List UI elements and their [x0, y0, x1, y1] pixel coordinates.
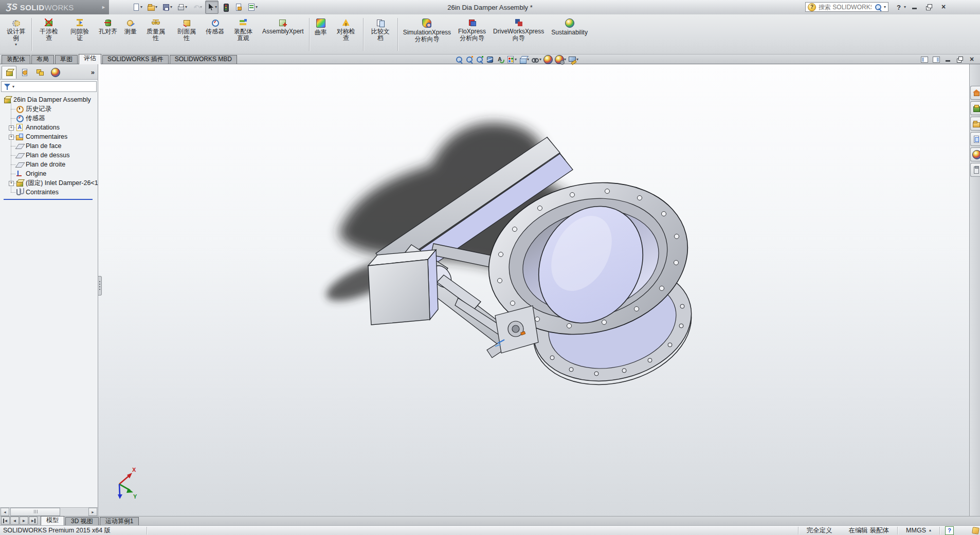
expand-icon[interactable]: + [9, 181, 14, 186]
tab-scroll-button[interactable] [10, 516, 19, 525]
ribbon-button[interactable]: 孔对齐 ▾ [95, 15, 121, 53]
expand-icon[interactable]: + [9, 125, 14, 131]
quick-access-button[interactable]: ▾ [233, 1, 244, 14]
document-window-button[interactable] [968, 56, 976, 64]
tree-item[interactable]: + (固定) Inlet Damper-26<1 [15, 178, 97, 188]
panel-tab[interactable] [32, 66, 47, 79]
ribbon-button[interactable]: 干涉检查 ▾ [33, 15, 64, 53]
ribbon-button[interactable]: 质量属性 ▾ [140, 15, 171, 53]
model-tab[interactable]: 运动算例1 [100, 517, 139, 525]
dropdown-arrow-icon[interactable]: ▾ [170, 5, 172, 9]
tree-filter-bar[interactable]: ▾ [1, 81, 97, 92]
quick-access-button[interactable]: ▾ [190, 1, 204, 14]
task-pane-button[interactable] [970, 101, 980, 115]
ribbon-button[interactable]: 设计算例 ▾ [2, 15, 30, 53]
task-pane-button[interactable] [970, 147, 980, 161]
view-tool-button[interactable]: ▾ [465, 56, 474, 64]
view-tool-button[interactable]: ▾ [554, 55, 567, 64]
task-pane-button[interactable] [970, 132, 980, 146]
command-tab[interactable]: 草图 [55, 55, 78, 64]
dropdown-arrow-icon[interactable]: ▾ [15, 43, 17, 47]
tree-item[interactable]: + Plan de droite [15, 160, 97, 169]
search-input[interactable] [818, 3, 873, 11]
dropdown-arrow-icon[interactable]: ▾ [140, 5, 142, 9]
view-tool-button[interactable]: ▾ [568, 56, 579, 64]
menu-expand-icon[interactable]: ► [101, 5, 106, 10]
tag-icon[interactable] [972, 527, 979, 534]
command-tab[interactable]: 布局 [31, 55, 54, 64]
quick-access-button[interactable]: ▾ [160, 1, 174, 14]
ribbon-button[interactable]: 对称检查 ▾ [331, 15, 361, 53]
command-tab[interactable]: SOLIDWORKS 插件 [102, 55, 169, 64]
command-tab[interactable]: SOLIDWORKS MBD [170, 55, 237, 64]
search-dropdown-icon[interactable]: ▾ [884, 5, 886, 9]
quick-access-button[interactable]: ▾ [246, 1, 259, 14]
panel-overflow-button[interactable]: » [91, 68, 96, 76]
view-tool-button[interactable]: ▾ [485, 56, 495, 64]
ribbon-button[interactable]: SimulationXpress 分析向导 ▾ [400, 15, 455, 53]
tree-item[interactable]: + Contraintes [15, 188, 97, 197]
dropdown-arrow-icon[interactable]: ▾ [539, 58, 541, 62]
task-pane-button[interactable] [970, 117, 980, 131]
help-dropdown-icon[interactable]: ▾ [904, 5, 906, 9]
document-window-button[interactable] [956, 56, 964, 64]
filter-dropdown-icon[interactable]: ▾ [12, 85, 14, 89]
scroll-left-button[interactable]: ◄ [1, 508, 9, 516]
ribbon-button[interactable]: AssemblyXpert ▾ [259, 15, 307, 53]
quick-access-button[interactable]: ▾ [220, 1, 231, 14]
dropdown-arrow-icon[interactable]: ▾ [527, 58, 529, 62]
model-tab[interactable]: 模型 [41, 516, 64, 525]
dropdown-arrow-icon[interactable]: ▾ [576, 58, 578, 62]
ribbon-button[interactable]: 剖面属性 ▾ [171, 15, 202, 53]
ribbon-button[interactable]: FloXpress 分析向导 ▾ [455, 15, 489, 53]
command-tab[interactable]: 装配体 [2, 55, 30, 64]
tree-item[interactable]: + Plan de dessus [15, 151, 97, 160]
command-tab[interactable]: 评估 [79, 54, 101, 64]
view-tool-button[interactable]: ▾ [496, 56, 505, 64]
quick-access-button[interactable]: ▾ [175, 1, 189, 14]
view-tool-button[interactable]: ▾ [475, 56, 484, 64]
model-tab[interactable]: 3D 视图 [65, 517, 99, 525]
minimize-button[interactable] [909, 3, 920, 12]
dropdown-arrow-icon[interactable]: ▾ [256, 5, 258, 9]
rollback-bar[interactable] [4, 199, 93, 200]
panel-tab[interactable] [17, 66, 32, 79]
ribbon-button[interactable]: 比较文档 ▾ [365, 15, 396, 53]
panel-tab[interactable] [2, 66, 16, 79]
document-window-button[interactable] [932, 56, 940, 64]
tree-item[interactable]: + 传感器 [15, 114, 97, 123]
graphics-area[interactable]: X Y [98, 64, 969, 516]
tree-item[interactable]: + Origine [15, 169, 97, 178]
tree-item[interactable]: + Commentaires [15, 132, 97, 141]
ribbon-button[interactable]: Sustainability ▾ [548, 15, 591, 53]
panel-tab[interactable] [48, 66, 63, 79]
ribbon-button[interactable]: 曲率 ▾ [311, 15, 331, 53]
expand-icon[interactable]: + [9, 135, 14, 140]
tree-root-item[interactable]: 26in Dia Damper Assembly [3, 95, 97, 104]
tab-scroll-button[interactable] [29, 516, 38, 525]
tree-horizontal-scrollbar[interactable]: ◄ ► [0, 507, 98, 516]
view-tool-button[interactable]: ▾ [506, 56, 517, 64]
tab-scroll-button[interactable] [20, 516, 28, 525]
quick-access-button[interactable]: ▾ [131, 1, 144, 14]
ribbon-button[interactable]: 传感器 ▾ [202, 15, 228, 53]
panel-splitter-handle[interactable] [98, 276, 102, 296]
ribbon-button[interactable]: 间隙验证 ▾ [64, 15, 95, 53]
tab-scroll-button[interactable] [1, 516, 10, 525]
task-pane-button[interactable] [970, 163, 980, 177]
document-window-button[interactable] [920, 56, 929, 64]
quick-access-button[interactable]: ▾ [205, 1, 219, 14]
dropdown-arrow-icon[interactable]: ▾ [185, 5, 187, 9]
view-tool-button[interactable]: ▾ [531, 56, 542, 64]
tree-item[interactable]: + Plan de face [15, 141, 97, 151]
tree-item[interactable]: + Annotations [15, 123, 97, 132]
ribbon-button[interactable]: 装配体直观 ▾ [228, 15, 259, 53]
document-window-button[interactable] [944, 56, 952, 64]
dropdown-arrow-icon[interactable]: ▾ [215, 5, 217, 9]
view-tool-button[interactable]: ▾ [518, 56, 530, 64]
units-selector[interactable]: MMGS▴ [898, 527, 939, 534]
scroll-right-button[interactable]: ► [88, 508, 97, 516]
close-button[interactable] [938, 3, 949, 12]
task-pane-button[interactable] [970, 86, 980, 100]
help-button[interactable]: ? [897, 4, 901, 11]
